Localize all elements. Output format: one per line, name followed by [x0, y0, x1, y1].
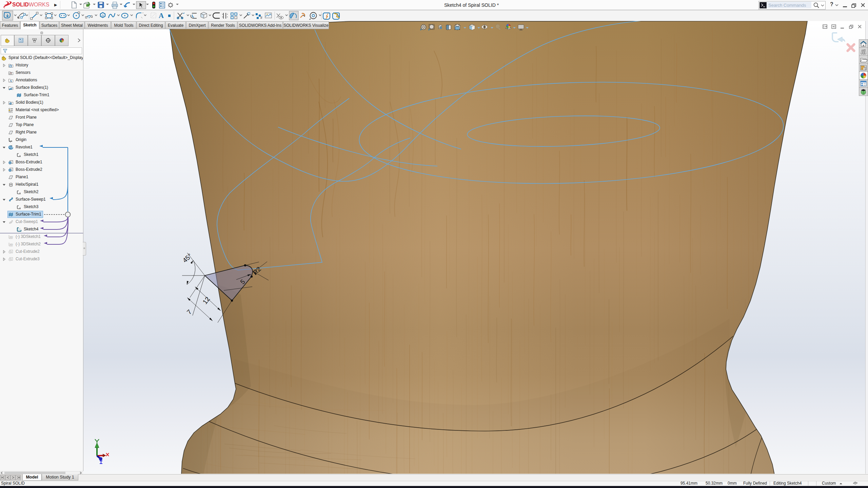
svg-text:12: 12	[201, 296, 212, 306]
svg-text:A: A	[159, 12, 164, 20]
svg-text:#: #	[260, 16, 262, 20]
svg-text:7: 7	[185, 308, 193, 316]
